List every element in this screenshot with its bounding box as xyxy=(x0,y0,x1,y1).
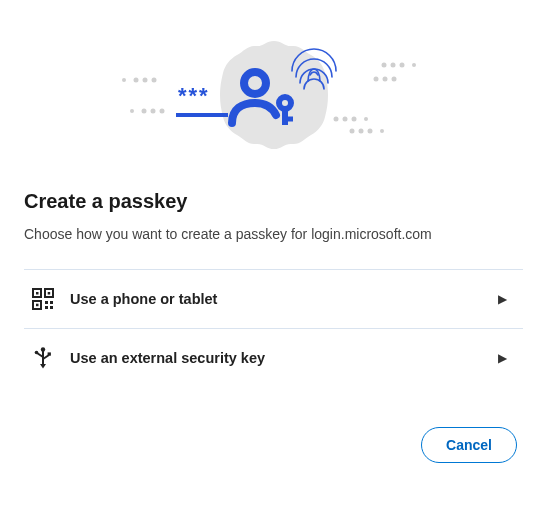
svg-point-6 xyxy=(150,109,155,114)
dialog-subtitle: Choose how you want to create a passkey … xyxy=(24,225,523,245)
option-phone-label: Use a phone or tablet xyxy=(70,291,482,307)
svg-point-4 xyxy=(130,109,134,113)
passkey-illustration: *** xyxy=(24,20,523,170)
svg-point-1 xyxy=(133,78,138,83)
svg-rect-37 xyxy=(45,306,48,309)
passkey-dialog: *** Cre xyxy=(0,0,547,483)
svg-point-17 xyxy=(351,117,356,122)
option-key-label: Use an external security key xyxy=(70,350,482,366)
svg-rect-42 xyxy=(48,352,51,355)
svg-text:***: *** xyxy=(178,83,210,108)
svg-rect-35 xyxy=(45,301,48,304)
cancel-button[interactable]: Cancel xyxy=(421,427,517,463)
option-external-key[interactable]: Use an external security key ▶ xyxy=(24,328,523,387)
svg-point-12 xyxy=(373,77,378,82)
svg-rect-36 xyxy=(50,301,53,304)
dialog-footer: Cancel xyxy=(24,427,523,463)
option-phone-tablet[interactable]: Use a phone or tablet ▶ xyxy=(24,269,523,328)
svg-point-19 xyxy=(349,129,354,134)
svg-point-8 xyxy=(381,63,386,68)
svg-point-41 xyxy=(35,350,39,354)
svg-point-18 xyxy=(364,117,368,121)
svg-point-0 xyxy=(122,78,126,82)
svg-point-9 xyxy=(390,63,395,68)
svg-point-22 xyxy=(380,129,384,133)
svg-point-21 xyxy=(367,129,372,134)
svg-rect-24 xyxy=(176,113,228,117)
svg-point-3 xyxy=(151,78,156,83)
svg-point-10 xyxy=(399,63,404,68)
svg-point-13 xyxy=(382,77,387,82)
svg-point-20 xyxy=(358,129,363,134)
svg-rect-38 xyxy=(50,306,53,309)
svg-point-7 xyxy=(159,109,164,114)
chevron-right-icon: ▶ xyxy=(498,292,515,306)
svg-point-11 xyxy=(412,63,416,67)
usb-icon xyxy=(32,347,54,369)
svg-rect-30 xyxy=(36,292,39,295)
svg-point-5 xyxy=(141,109,146,114)
svg-point-14 xyxy=(391,77,396,82)
svg-rect-32 xyxy=(48,292,51,295)
chevron-right-icon: ▶ xyxy=(498,351,515,365)
svg-point-16 xyxy=(342,117,347,122)
svg-point-2 xyxy=(142,78,147,83)
dialog-title: Create a passkey xyxy=(24,190,523,213)
svg-rect-34 xyxy=(36,303,39,306)
svg-point-15 xyxy=(333,117,338,122)
qr-icon xyxy=(32,288,54,310)
